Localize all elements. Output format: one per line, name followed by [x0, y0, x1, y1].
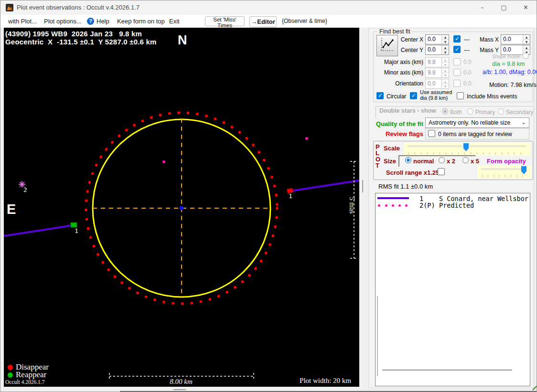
observation-number: 2(P): [419, 201, 435, 209]
major-axis-field: 9.8▲▼: [425, 57, 449, 67]
plot-width-label: Plot width: 20 km: [258, 377, 351, 385]
minor-axis-err: 0.0: [463, 69, 472, 76]
spin-down-icon[interactable]: ▼: [442, 50, 449, 54]
double-stars-both-radio: [442, 108, 448, 115]
east-direction-label: E: [7, 201, 16, 217]
listbox-scroll-line: [377, 296, 378, 376]
menu-help[interactable]: Help: [97, 15, 109, 28]
ab-dmag-label: a/b: 1.00, dMag: 0.00: [483, 69, 537, 75]
menu-keep-on-top[interactable]: Keep form on top: [117, 15, 165, 28]
minor-axis-label: Minor axis (km): [381, 69, 423, 76]
center-y-field[interactable]: 0.0▲▼: [425, 45, 449, 55]
spin-down-icon[interactable]: ▼: [523, 40, 530, 44]
reappear-marker: [71, 222, 77, 227]
form-opacity-slider-thumb[interactable]: [521, 166, 526, 174]
double-stars-both-label: Both: [450, 109, 462, 116]
double-stars-secondary-radio: [498, 108, 504, 115]
double-stars-primary-label: Primary: [475, 109, 495, 116]
form-opacity-slider-track[interactable]: [481, 169, 527, 170]
include-miss-events-checkbox[interactable]: [457, 92, 464, 99]
scroll-range-checkbox[interactable]: [438, 168, 445, 175]
help-icon: ?: [87, 18, 94, 25]
orientation-spinner: ▲▼: [441, 79, 449, 88]
chevron-down-icon: ⌄: [521, 119, 526, 126]
spin-down-icon: ▼: [442, 84, 449, 88]
plot-vertical-scrollbar-thumb[interactable]: [362, 180, 363, 192]
quality-of-fit-dropdown[interactable]: Astrometry only. No reliable size ⌄: [425, 117, 529, 128]
scale-slider[interactable]: [404, 143, 530, 156]
size-x5-radio[interactable]: [462, 157, 469, 163]
size-normal-radio[interactable]: [405, 157, 411, 163]
spin-up-icon: ▲: [442, 68, 449, 73]
plot-header-line1: (43909) 1995 WB9 2026 Jan 23 9.8 km: [5, 30, 142, 38]
minimize-icon[interactable]: –: [472, 0, 493, 15]
size-x2-radio[interactable]: [439, 157, 445, 163]
plot-graphics: 5 mas: [4, 28, 359, 387]
scroll-range-label: Scroll range x1.25: [386, 169, 439, 176]
plot-horizontal-scrollbar-thumb[interactable]: [173, 389, 186, 390]
review-flags-checkbox[interactable]: [428, 130, 435, 137]
spin-up-icon[interactable]: ▲: [523, 35, 530, 40]
size-x2-label: x 2: [447, 158, 455, 165]
menu-with-plot[interactable]: with Plot...: [8, 15, 37, 28]
observer-name: Predicted: [439, 201, 474, 209]
scale-slider-thumb[interactable]: [463, 143, 469, 151]
size-normal-label: normal: [413, 158, 434, 165]
plot-letter-t: T: [376, 162, 379, 169]
occultation-plot-canvas[interactable]: 5 mas (43909) 1995 WB9 2026 Jan 23 9.8 k…: [4, 28, 359, 387]
plot-version-label: Occult 4.2026.1.7: [5, 379, 44, 385]
major-axis-spinner: ▲▼: [441, 58, 449, 67]
reappear-legend-dot: [8, 372, 13, 378]
fit-major-axis-checkbox: [453, 58, 461, 65]
center-x-field[interactable]: 0.0▲▼: [425, 34, 449, 44]
observations-listbox[interactable]: 1 S Conard, near Wellsbor 2(P) Predicted: [375, 193, 530, 386]
mass-x-field[interactable]: 0.0▲▼: [501, 34, 530, 44]
review-flags-text: 0 items are tagged for review: [438, 131, 512, 138]
predicted-star-label: 2: [23, 186, 27, 193]
fit-center-y-checkbox[interactable]: [453, 46, 461, 53]
major-axis-label: Major axis (km): [381, 59, 423, 65]
north-direction-label: N: [178, 33, 187, 48]
menu-exit[interactable]: Exit: [169, 15, 180, 28]
fit-center-x-checkbox[interactable]: [453, 35, 461, 42]
disappear-marker-label: 1: [289, 192, 292, 200]
menu-plot-options[interactable]: Plot options...: [44, 15, 82, 28]
spin-up-icon[interactable]: ▲: [523, 45, 530, 50]
use-assumed-dia-label: Use assumed dia (9.8 km): [420, 89, 458, 101]
set-miss-times-button[interactable]: Set 'Miss' Times: [205, 16, 245, 26]
spin-up-icon[interactable]: ▲: [442, 45, 449, 50]
include-miss-events-label: Include Miss events: [467, 93, 517, 100]
center-y-label: Center Y: [388, 47, 423, 53]
scale-slider-ticks: [408, 152, 526, 155]
double-stars-title: Double stars - show: [379, 107, 436, 114]
mass-x-spinner[interactable]: ▲▼: [523, 35, 530, 44]
find-best-fit-title: Find best fit: [377, 28, 412, 35]
maximize-icon[interactable]: ▢: [493, 0, 515, 15]
use-assumed-dia-checkbox[interactable]: [410, 92, 417, 99]
chord1-pre-event-segment: [291, 180, 359, 191]
size-label: Size: [384, 158, 396, 165]
size-x5-label: x 5: [471, 158, 479, 165]
form-opacity-slider[interactable]: [477, 166, 531, 178]
circular-checkbox[interactable]: [376, 92, 384, 99]
center-x-spinner[interactable]: ▲▼: [441, 35, 449, 44]
double-stars-primary-radio: [467, 108, 473, 115]
km-scale-label: 8.00 km: [157, 378, 205, 386]
center-y-flag: ---: [464, 47, 470, 53]
circular-label: Circular: [387, 93, 406, 100]
spin-down-icon[interactable]: ▼: [442, 40, 449, 44]
double-stars-secondary-label: Secondary: [506, 109, 533, 116]
disappear-legend-dot: [8, 365, 13, 370]
app-window: Plot event observations : Occult v.4.202…: [0, 0, 537, 392]
mass-y-label: Mass Y: [479, 47, 499, 53]
form-opacity-label: Form opacity: [487, 158, 526, 165]
spin-up-icon[interactable]: ▲: [442, 35, 449, 40]
editor-button[interactable]: →Editor: [249, 16, 277, 27]
close-icon[interactable]: ✕: [515, 0, 537, 15]
shape-model-label: Shape model: [492, 54, 520, 59]
reappear-marker-label: 1: [75, 227, 78, 234]
title-bar: Plot event observations : Occult v.4.202…: [0, 0, 537, 15]
plot-vertical-scrollbar[interactable]: [360, 28, 365, 387]
center-y-spinner[interactable]: ▲▼: [441, 45, 449, 54]
legend-reappear: Reappear: [8, 370, 46, 380]
